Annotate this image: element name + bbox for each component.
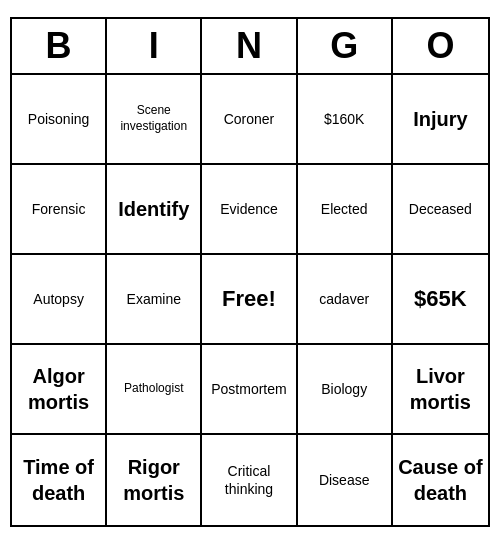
cell-text-12: Free! — [222, 285, 276, 314]
cell-text-9: Deceased — [409, 200, 472, 218]
bingo-cell-22: Critical thinking — [202, 435, 297, 525]
cell-text-6: Identify — [118, 196, 189, 222]
bingo-cell-17: Postmortem — [202, 345, 297, 435]
bingo-cell-8: Elected — [298, 165, 393, 255]
cell-text-17: Postmortem — [211, 380, 286, 398]
cell-text-21: Rigor mortis — [111, 454, 196, 506]
cell-text-7: Evidence — [220, 200, 278, 218]
bingo-cell-20: Time of death — [12, 435, 107, 525]
bingo-cell-3: $160K — [298, 75, 393, 165]
cell-text-14: $65K — [414, 285, 467, 314]
bingo-cell-19: Livor mortis — [393, 345, 488, 435]
bingo-cell-11: Examine — [107, 255, 202, 345]
cell-text-2: Coroner — [224, 110, 275, 128]
cell-text-24: Cause of death — [397, 454, 484, 506]
header-letter-g: G — [298, 19, 393, 73]
bingo-cell-4: Injury — [393, 75, 488, 165]
bingo-cell-2: Coroner — [202, 75, 297, 165]
bingo-cell-12: Free! — [202, 255, 297, 345]
bingo-cell-24: Cause of death — [393, 435, 488, 525]
cell-text-3: $160K — [324, 110, 364, 128]
bingo-cell-9: Deceased — [393, 165, 488, 255]
cell-text-10: Autopsy — [33, 290, 84, 308]
cell-text-16: Pathologist — [124, 381, 183, 397]
bingo-cell-5: Forensic — [12, 165, 107, 255]
cell-text-1: Scene investigation — [111, 103, 196, 134]
header-letter-n: N — [202, 19, 297, 73]
cell-text-19: Livor mortis — [397, 363, 484, 415]
bingo-grid: PoisoningScene investigationCoroner$160K… — [12, 75, 488, 525]
cell-text-20: Time of death — [16, 454, 101, 506]
cell-text-18: Biology — [321, 380, 367, 398]
cell-text-5: Forensic — [32, 200, 86, 218]
header-letter-o: O — [393, 19, 488, 73]
bingo-header: BINGO — [12, 19, 488, 75]
bingo-cell-18: Biology — [298, 345, 393, 435]
bingo-cell-16: Pathologist — [107, 345, 202, 435]
bingo-card: BINGO PoisoningScene investigationCorone… — [10, 17, 490, 527]
header-letter-i: I — [107, 19, 202, 73]
header-letter-b: B — [12, 19, 107, 73]
cell-text-11: Examine — [127, 290, 181, 308]
bingo-cell-21: Rigor mortis — [107, 435, 202, 525]
cell-text-15: Algor mortis — [16, 363, 101, 415]
cell-text-0: Poisoning — [28, 110, 90, 128]
bingo-cell-13: cadaver — [298, 255, 393, 345]
bingo-cell-10: Autopsy — [12, 255, 107, 345]
cell-text-8: Elected — [321, 200, 368, 218]
bingo-cell-7: Evidence — [202, 165, 297, 255]
bingo-cell-0: Poisoning — [12, 75, 107, 165]
bingo-cell-1: Scene investigation — [107, 75, 202, 165]
bingo-cell-15: Algor mortis — [12, 345, 107, 435]
cell-text-4: Injury — [413, 106, 467, 132]
bingo-cell-23: Disease — [298, 435, 393, 525]
cell-text-22: Critical thinking — [206, 462, 291, 498]
cell-text-13: cadaver — [319, 290, 369, 308]
bingo-cell-6: Identify — [107, 165, 202, 255]
cell-text-23: Disease — [319, 471, 370, 489]
bingo-cell-14: $65K — [393, 255, 488, 345]
